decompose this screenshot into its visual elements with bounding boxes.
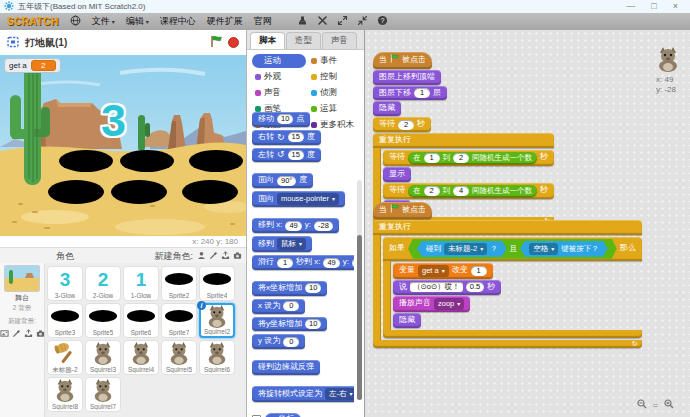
block-number-input[interactable]: 0.5	[466, 282, 484, 292]
sprite-thumbnail-未标题-2[interactable]: 未标题-2	[47, 340, 83, 375]
countdown-sprite[interactable]: 3	[101, 98, 126, 143]
globe-icon[interactable]	[70, 15, 81, 28]
block-turn-left[interactable]: 左转↺15度	[252, 148, 321, 163]
block-wait-secs[interactable]: 等待2秒	[373, 117, 431, 132]
stage-selector[interactable]: 舞台 2 背景 新建背景:	[0, 263, 45, 417]
block-when-flag-clicked[interactable]: 当被点击	[373, 202, 432, 219]
sprite-thumbnail-2-Glow[interactable]: 22-Glow	[85, 266, 121, 301]
block-dropdown[interactable]: get a▾	[418, 265, 449, 277]
block-number-input[interactable]: 10	[277, 114, 293, 124]
block-hide[interactable]: 隐藏	[393, 313, 421, 328]
minimize-button[interactable]: —	[626, 0, 635, 13]
current-sprite-thumbnail[interactable]	[656, 46, 680, 74]
sprite-thumbnail-Squirrel6[interactable]: Squirrel6	[199, 340, 235, 375]
stage-canvas[interactable]: get a 2 3	[0, 55, 246, 236]
duplicate-icon[interactable]	[297, 15, 308, 28]
sprite-thumbnail-Sprite3[interactable]: Sprite3	[47, 303, 83, 338]
block-number-input[interactable]: 0	[283, 337, 299, 347]
block-point-in-direction[interactable]: 面向90°度	[252, 173, 313, 188]
menu-item-2[interactable]: 课程中心	[160, 15, 196, 28]
block-forever-loop[interactable]: 重复执行如果碰到未标题-2▾？且空格▾键被按下？那么变量get a▾改变1说（⊙…	[373, 220, 642, 348]
category-侦测[interactable]: 侦测	[308, 86, 362, 100]
block-number-input[interactable]: 1	[471, 266, 487, 276]
block-bounce-on-edge[interactable]: 碰到边缘就反弹	[252, 360, 320, 375]
zoom-in-icon[interactable]	[664, 399, 674, 411]
block-dropdown[interactable]: 未标题-2▾	[444, 243, 487, 255]
block-go-back-layers[interactable]: 图层下移1层	[373, 86, 447, 101]
sprite-thumbnail-Squirrel7[interactable]: Squirrel7	[85, 377, 121, 412]
block-number-input[interactable]: 15	[288, 150, 304, 160]
close-button[interactable]: ×	[673, 0, 678, 13]
scripts-area[interactable]: x: 49 y: -28 当被点击图层上移到顶端图层下移1层隐藏等待2秒重复执行…	[365, 30, 690, 417]
menu-item-0[interactable]: 文件▾	[92, 15, 115, 28]
sprite-thumbnail-Sprite6[interactable]: Sprite6	[123, 303, 159, 338]
new-backdrop-folder-icon[interactable]	[24, 329, 33, 339]
info-icon[interactable]: i	[197, 301, 206, 310]
block-move-steps[interactable]: 移动10点	[252, 112, 310, 127]
block-change-x-by[interactable]: 将x坐标增加10	[252, 281, 327, 296]
block-point-towards[interactable]: 面向mouse-pointer▾	[252, 191, 345, 207]
tab-声音[interactable]: 声音	[322, 32, 357, 49]
block-turn-right[interactable]: 右转↻15度	[252, 130, 321, 145]
boolean-block[interactable]: 碰到未标题-2▾？	[417, 241, 507, 257]
block-wait-random-secs[interactable]: 等待在1到2间随机生成一个数秒	[383, 150, 554, 166]
block-number-input[interactable]: 2	[424, 186, 440, 196]
block-change-variable-by[interactable]: 变量get a▾改变1	[393, 263, 493, 279]
block-number-input[interactable]: 10	[305, 283, 321, 293]
category-外观[interactable]: 外观	[252, 70, 306, 84]
block-dropdown[interactable]: zoop▾	[434, 298, 464, 310]
block-dropdown[interactable]: 鼠标▾	[277, 238, 306, 250]
stop-button[interactable]	[228, 34, 239, 52]
variable-monitor[interactable]: get a 2	[4, 58, 61, 73]
block-wait-random-secs[interactable]: 等待在2到4间随机生成一个数秒	[383, 183, 554, 199]
block-number-input[interactable]: 49	[323, 258, 339, 268]
category-控制[interactable]: 控制	[308, 70, 362, 84]
sprite-thumbnail-Squirrel5[interactable]: Squirrel5	[161, 340, 197, 375]
maximize-button[interactable]: □	[651, 0, 656, 13]
block-number-input[interactable]: 1	[277, 258, 293, 268]
boolean-block[interactable]: 碰到未标题-2▾？且空格▾键被按下？	[408, 239, 617, 259]
block-number-input[interactable]: 4	[453, 186, 469, 196]
block-number-input[interactable]: -28	[352, 258, 354, 268]
block-dropdown[interactable]: 空格▾	[529, 243, 558, 255]
block-x-position[interactable]: x 坐标	[265, 413, 301, 417]
block-if-then[interactable]: 如果碰到未标题-2▾？且空格▾键被按下？那么变量get a▾改变1说（⊙o⊙）哎…	[383, 237, 642, 338]
block-hide[interactable]: 隐藏	[373, 101, 401, 116]
presentation-mode-icon[interactable]	[7, 34, 19, 52]
sprite-thumbnail-Sprite5[interactable]: Sprite5	[85, 303, 121, 338]
block-number-input[interactable]: 0	[283, 301, 299, 311]
block-go-to-target[interactable]: 移到鼠标▾	[252, 236, 312, 252]
sprite-thumbnail-1-Glow[interactable]: 11-Glow	[123, 266, 159, 301]
sprite-thumbnail-Sprite4[interactable]: Sprite4	[199, 266, 235, 301]
new-sprite-folder-icon[interactable]	[221, 251, 230, 262]
menu-item-3[interactable]: 硬件扩展	[207, 15, 243, 28]
zoom-out-icon[interactable]	[637, 399, 647, 411]
block-say-for-secs[interactable]: 说（⊙o⊙）哎！0.5秒	[393, 280, 501, 295]
block-text-input[interactable]: （⊙o⊙）哎！	[410, 282, 463, 292]
tab-造型[interactable]: 造型	[286, 32, 321, 49]
new-sprite-person-icon[interactable]	[197, 251, 206, 262]
palette-scrollbar-thumb[interactable]	[357, 235, 362, 400]
category-运动[interactable]: 运动	[252, 54, 306, 68]
new-sprite-camera-icon[interactable]	[233, 251, 242, 262]
block-go-to-xy[interactable]: 移到 x:49y:-28	[252, 218, 339, 233]
block-number-input[interactable]: 90°	[277, 176, 296, 186]
help-icon[interactable]: ?	[377, 15, 388, 28]
menu-item-1[interactable]: 编辑▾	[126, 15, 149, 28]
shrink-icon[interactable]	[357, 15, 368, 28]
new-sprite-brush-icon[interactable]	[209, 251, 218, 262]
new-backdrop-image-icon[interactable]	[0, 329, 9, 339]
sprite-thumbnail-Squirrel2[interactable]: Squirrel2i	[199, 303, 235, 338]
tab-脚本[interactable]: 脚本	[250, 32, 285, 49]
block-number-input[interactable]: 49	[285, 221, 301, 231]
boolean-block[interactable]: 空格▾键被按下？	[520, 241, 608, 257]
block-show[interactable]: 显示	[383, 167, 411, 182]
grow-icon[interactable]	[337, 15, 348, 28]
sprite-thumbnail-3-Glow[interactable]: 33-Glow	[47, 266, 83, 301]
block-glide-to-xy[interactable]: 滑行1秒到 x:49y:-28	[252, 255, 354, 270]
reporter-block[interactable]: 在1到2间随机生成一个数	[408, 152, 537, 164]
block-set-x-to[interactable]: x 设为0	[252, 299, 305, 314]
stage-thumbnail[interactable]	[4, 265, 40, 292]
sprite-thumbnail-Sprite2[interactable]: Sprite2	[161, 266, 197, 301]
block-set-rotation-style[interactable]: 将旋转模式设定为左-右▾	[252, 386, 354, 402]
